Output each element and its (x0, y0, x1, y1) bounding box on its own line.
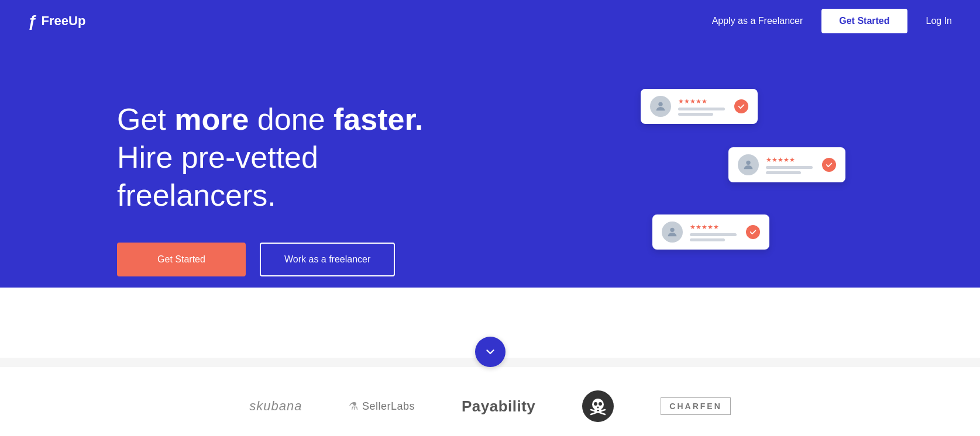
check-badge-3 (746, 225, 760, 239)
hero-profile-cards: ★★★★★ (629, 89, 863, 288)
profile-info-2: ★★★★★ (766, 156, 815, 174)
line-1a (678, 108, 725, 110)
charfen-text: CHARFEN (669, 402, 721, 411)
scroll-down-button[interactable] (475, 337, 506, 367)
line-2b (766, 171, 801, 174)
logo-icon: ƒ (28, 12, 37, 30)
skull-icon (586, 395, 610, 418)
logo-sellerlabs: ⚗ SellerLabs (349, 400, 415, 413)
stars-2: ★★★★★ (766, 156, 815, 164)
hero-freelancer-button[interactable]: Work as a freelancer (260, 243, 395, 276)
payability-text: Payability (462, 397, 535, 416)
logo-deathwish (582, 390, 614, 422)
hero-headline: Get more done faster.Hire pre-vetted fre… (117, 101, 468, 214)
hero-section: Get more done faster.Hire pre-vetted fre… (0, 42, 980, 358)
stars-1: ★★★★★ (678, 98, 727, 105)
svg-point-0 (658, 102, 662, 106)
logo-payability: Payability (462, 397, 535, 416)
avatar-1 (650, 96, 671, 117)
svg-point-3 (592, 399, 604, 410)
hero-get-started-button[interactable]: Get Started (117, 243, 246, 276)
logo[interactable]: ƒ FreeUp (28, 12, 85, 30)
profile-card-3: ★★★★★ (652, 214, 769, 250)
avatar-2 (738, 154, 759, 175)
line-3a (690, 233, 737, 236)
headline-text: Get more done faster.Hire pre-vetted fre… (117, 102, 423, 212)
login-link[interactable]: Log In (926, 16, 952, 26)
check-badge-1 (734, 99, 748, 113)
skubana-text: skubana (249, 399, 302, 414)
hero-buttons: Get Started Work as a freelancer (117, 243, 468, 276)
svg-point-2 (670, 228, 674, 232)
line-3b (690, 238, 725, 241)
profile-info-1: ★★★★★ (678, 98, 727, 116)
navigation: ƒ FreeUp Apply as a Freelancer Get Start… (0, 0, 980, 42)
logo-text: FreeUp (42, 13, 86, 29)
scroll-btn-wrapper (0, 337, 980, 367)
line-2a (766, 166, 813, 169)
svg-point-6 (594, 402, 597, 406)
line-1b (678, 113, 713, 116)
profile-card-1: ★★★★★ (641, 89, 758, 124)
headline-more: more (174, 102, 249, 136)
svg-point-1 (746, 161, 750, 165)
svg-point-8 (597, 407, 599, 409)
nav-get-started-button[interactable]: Get Started (821, 9, 907, 33)
sellerlabs-text: SellerLabs (362, 400, 415, 413)
hero-left: Get more done faster.Hire pre-vetted fre… (117, 89, 468, 276)
profile-info-3: ★★★★★ (690, 223, 739, 241)
apply-freelancer-link[interactable]: Apply as a Freelancer (712, 16, 803, 26)
chevron-down-icon (484, 345, 497, 358)
svg-point-7 (599, 402, 602, 406)
logo-charfen: CHARFEN (661, 397, 730, 415)
sellerlabs-icon: ⚗ (349, 400, 359, 413)
logo-skubana: skubana (249, 399, 302, 414)
nav-right: Apply as a Freelancer Get Started Log In (712, 9, 952, 33)
headline-faster: faster. (333, 102, 423, 136)
logos-section: skubana ⚗ SellerLabs Payability CHARFEN (0, 367, 980, 436)
check-badge-2 (822, 158, 836, 172)
stars-3: ★★★★★ (690, 223, 739, 231)
profile-card-2: ★★★★★ (728, 147, 845, 182)
avatar-3 (662, 222, 683, 243)
